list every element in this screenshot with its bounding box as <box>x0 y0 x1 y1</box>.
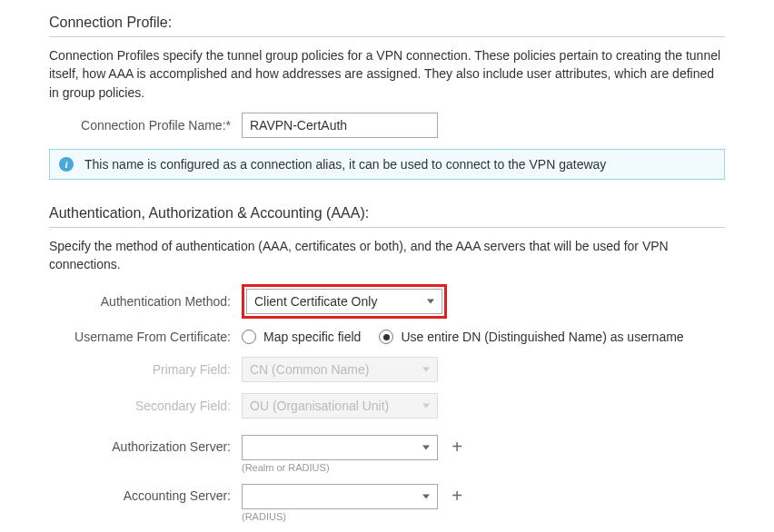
primary-field-select: CN (Common Name) <box>242 357 438 382</box>
divider <box>49 227 725 228</box>
authorization-server-select[interactable] <box>242 435 438 460</box>
info-box: i This name is configured as a connectio… <box>49 149 725 180</box>
aaa-description: Specify the method of authentication (AA… <box>49 237 725 274</box>
chevron-down-icon <box>427 300 434 304</box>
primary-field-value: CN (Common Name) <box>250 362 369 377</box>
radio-map-specific-field-label[interactable]: Map specific field <box>263 330 361 344</box>
authentication-method-select[interactable]: Client Certificate Only <box>246 289 442 314</box>
secondary-field-select: OU (Organisational Unit) <box>242 393 438 419</box>
connection-profile-name-input[interactable] <box>242 113 438 138</box>
username-from-cert-label: Username From Certificate: <box>49 330 242 346</box>
info-icon: i <box>59 157 74 172</box>
authentication-method-highlight: Client Certificate Only <box>242 284 447 319</box>
radio-use-entire-dn[interactable] <box>379 330 393 344</box>
radio-map-specific-field[interactable] <box>242 330 256 344</box>
authorization-server-help: (Realm or RADIUS) <box>242 462 467 473</box>
connection-profile-name-label: Connection Profile Name:* <box>49 118 242 133</box>
accounting-server-help: (RADIUS) <box>242 511 467 522</box>
info-text: This name is configured as a connection … <box>84 157 606 172</box>
accounting-server-select[interactable] <box>242 484 438 509</box>
chevron-down-icon <box>422 403 430 408</box>
authorization-server-label: Authorization Server: <box>49 435 242 454</box>
chevron-down-icon <box>422 445 430 449</box>
add-authorization-server-button[interactable]: + <box>447 438 467 458</box>
accounting-server-label: Accounting Server: <box>49 484 242 503</box>
secondary-field-value: OU (Organisational Unit) <box>250 399 389 413</box>
chevron-down-icon <box>422 494 430 498</box>
authentication-method-value: Client Certificate Only <box>254 294 377 309</box>
aaa-title: Authentication, Authorization & Accounti… <box>49 200 725 222</box>
radio-use-entire-dn-label[interactable]: Use entire DN (Distinguished Name) as us… <box>401 330 683 344</box>
divider <box>49 36 725 37</box>
authentication-method-label: Authentication Method: <box>49 294 242 309</box>
chevron-down-icon <box>422 367 430 371</box>
secondary-field-label: Secondary Field: <box>49 399 242 413</box>
add-accounting-server-button[interactable]: + <box>447 487 467 507</box>
connection-profile-description: Connection Profiles specify the tunnel g… <box>49 46 725 102</box>
primary-field-label: Primary Field: <box>49 362 242 377</box>
connection-profile-title: Connection Profile: <box>49 9 725 31</box>
